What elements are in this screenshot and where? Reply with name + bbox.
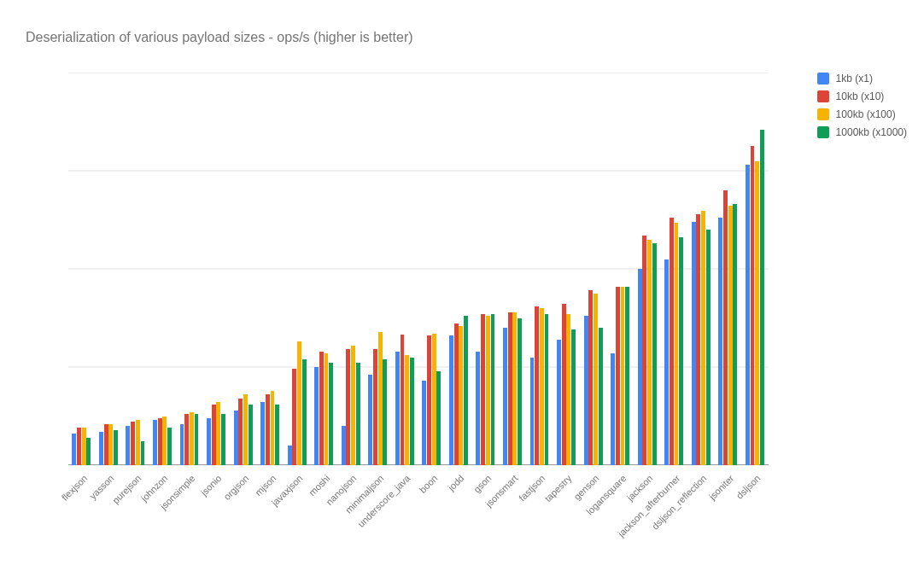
svg-rect-78: [530, 358, 535, 466]
chart-svg: 02500005000007500001000000: [68, 73, 769, 465]
svg-rect-28: [190, 412, 194, 465]
svg-rect-77: [518, 318, 522, 466]
svg-rect-40: [271, 391, 275, 465]
svg-rect-58: [395, 352, 400, 465]
svg-rect-49: [329, 363, 333, 465]
svg-rect-34: [234, 411, 238, 465]
svg-rect-61: [410, 358, 414, 466]
svg-rect-101: [679, 237, 683, 465]
x-axis-labels: flexjsonyassonpurejsonjohnzonjsonsimplej…: [68, 468, 769, 570]
svg-rect-102: [692, 222, 696, 465]
legend-item: 1000kb (x1000): [817, 126, 907, 138]
svg-rect-100: [675, 223, 679, 465]
legend-swatch: [817, 90, 829, 102]
svg-rect-12: [82, 428, 86, 465]
legend-label: 10kb (x10): [836, 90, 885, 102]
svg-rect-83: [562, 304, 566, 465]
svg-rect-23: [158, 418, 162, 465]
chart-title: Deserialization of various payload sizes…: [0, 0, 924, 45]
svg-rect-47: [319, 352, 324, 465]
svg-rect-56: [378, 332, 383, 465]
svg-rect-96: [647, 240, 652, 466]
svg-rect-19: [131, 422, 135, 465]
svg-rect-112: [755, 161, 759, 466]
svg-rect-25: [167, 428, 172, 465]
svg-rect-99: [670, 218, 674, 465]
svg-rect-46: [314, 367, 319, 465]
svg-rect-51: [346, 349, 350, 465]
svg-rect-30: [207, 418, 211, 465]
svg-rect-17: [114, 430, 118, 465]
svg-rect-43: [292, 369, 296, 465]
svg-rect-57: [383, 359, 387, 465]
svg-rect-60: [405, 355, 409, 465]
svg-rect-108: [728, 206, 733, 465]
svg-rect-13: [86, 438, 91, 465]
legend-label: 100kb (x100): [836, 108, 896, 120]
svg-rect-70: [476, 352, 480, 465]
svg-rect-71: [481, 314, 485, 465]
svg-rect-81: [545, 314, 549, 465]
svg-rect-53: [356, 363, 360, 465]
svg-rect-50: [342, 426, 346, 465]
svg-rect-75: [508, 312, 512, 465]
svg-rect-36: [243, 394, 248, 465]
svg-rect-52: [351, 346, 355, 465]
svg-rect-59: [401, 335, 405, 465]
svg-rect-97: [652, 243, 657, 465]
svg-rect-74: [503, 328, 507, 465]
svg-rect-14: [99, 432, 103, 465]
svg-rect-26: [180, 424, 184, 465]
svg-rect-55: [373, 349, 377, 465]
svg-rect-63: [427, 335, 431, 465]
svg-rect-82: [557, 340, 561, 465]
svg-rect-68: [459, 326, 463, 465]
svg-rect-27: [184, 414, 189, 465]
svg-rect-92: [621, 287, 625, 465]
svg-rect-95: [642, 236, 646, 465]
legend-swatch: [817, 73, 829, 84]
svg-rect-109: [733, 204, 737, 465]
svg-rect-11: [77, 428, 81, 465]
svg-rect-85: [571, 329, 576, 465]
svg-rect-89: [599, 328, 603, 465]
svg-rect-38: [260, 402, 265, 465]
chart-plot-area: 02500005000007500001000000: [68, 73, 769, 465]
svg-rect-35: [238, 399, 243, 465]
svg-rect-73: [491, 314, 495, 465]
svg-rect-44: [297, 341, 301, 465]
svg-rect-18: [126, 426, 130, 465]
svg-rect-93: [625, 287, 629, 465]
svg-rect-54: [368, 375, 372, 465]
svg-rect-107: [723, 190, 728, 465]
svg-rect-21: [141, 441, 145, 465]
svg-rect-29: [195, 414, 199, 465]
svg-rect-79: [535, 306, 539, 465]
svg-rect-69: [464, 316, 468, 465]
svg-rect-66: [449, 335, 453, 465]
svg-rect-37: [249, 405, 253, 465]
svg-rect-62: [422, 381, 426, 465]
svg-rect-113: [760, 130, 764, 465]
svg-rect-41: [275, 405, 279, 465]
svg-rect-98: [664, 259, 669, 466]
svg-rect-33: [221, 414, 225, 465]
svg-rect-64: [432, 334, 436, 465]
svg-rect-87: [588, 290, 593, 465]
svg-rect-80: [540, 308, 544, 465]
svg-rect-110: [746, 165, 750, 465]
svg-rect-76: [512, 312, 517, 465]
legend-item: 1kb (x1): [817, 73, 907, 84]
svg-rect-91: [616, 287, 620, 465]
svg-rect-88: [594, 294, 598, 465]
svg-rect-111: [751, 146, 755, 465]
legend-label: 1kb (x1): [836, 73, 873, 84]
legend-item: 100kb (x100): [817, 108, 907, 120]
svg-rect-67: [454, 323, 459, 465]
svg-rect-105: [706, 230, 711, 465]
svg-rect-103: [696, 214, 700, 465]
svg-rect-15: [104, 424, 108, 465]
svg-rect-72: [486, 316, 490, 465]
svg-rect-48: [325, 353, 329, 465]
svg-rect-24: [162, 417, 167, 466]
